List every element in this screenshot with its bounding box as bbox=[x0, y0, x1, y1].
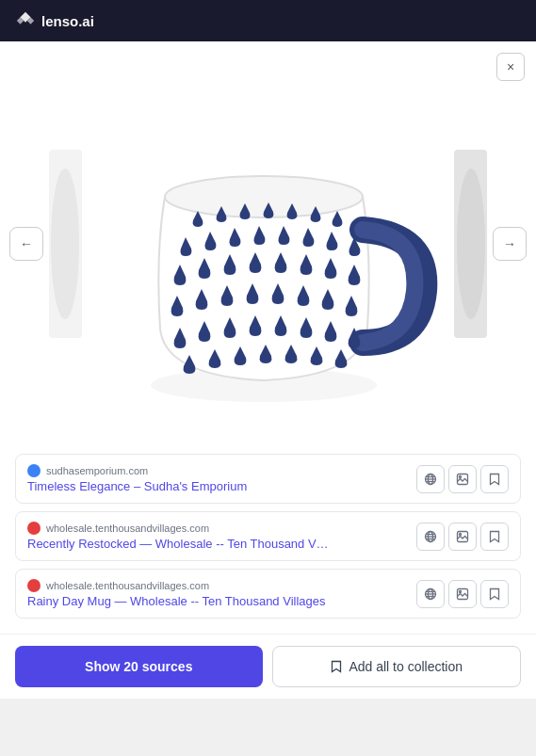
result-title: Timeless Elegance – Sudha's Emporium bbox=[27, 479, 329, 493]
next-thumbnail bbox=[454, 150, 487, 338]
result-info: wholesale.tenthousandvillages.com Recent… bbox=[27, 522, 409, 551]
bottom-actions: Show 20 sources Add all to collection bbox=[0, 634, 536, 699]
favicon bbox=[27, 579, 41, 592]
result-domain: sudhasemporium.com bbox=[46, 465, 148, 476]
header: lenso.ai bbox=[0, 0, 536, 41]
result-domain: wholesale.tenthousandvillages.com bbox=[46, 580, 209, 591]
logo: lenso.ai bbox=[15, 10, 94, 31]
svg-point-0 bbox=[51, 169, 79, 319]
svg-point-17 bbox=[460, 533, 462, 535]
image-icon bbox=[456, 530, 469, 543]
image-icon bbox=[456, 473, 469, 486]
main-container: × ← bbox=[0, 41, 536, 699]
show-sources-button[interactable]: Show 20 sources bbox=[15, 646, 263, 687]
result-domain: wholesale.tenthousandvillages.com bbox=[46, 523, 209, 534]
image-viewer: ← bbox=[0, 41, 536, 446]
close-button[interactable]: × bbox=[496, 53, 525, 81]
image-button[interactable] bbox=[448, 523, 477, 551]
bookmark-button[interactable] bbox=[480, 523, 509, 551]
domain-row: wholesale.tenthousandvillages.com bbox=[27, 522, 409, 535]
result-title: Recently Restocked — Wholesale -- Ten Th… bbox=[27, 537, 329, 551]
collection-bookmark-icon bbox=[330, 660, 343, 673]
globe-icon bbox=[424, 473, 437, 486]
image-button[interactable] bbox=[448, 465, 477, 493]
image-icon bbox=[456, 587, 469, 601]
result-item: wholesale.tenthousandvillages.com Recent… bbox=[15, 511, 521, 561]
bookmark-icon bbox=[489, 473, 500, 486]
globe-icon bbox=[424, 530, 437, 543]
result-actions bbox=[416, 580, 509, 608]
add-collection-button[interactable]: Add all to collection bbox=[272, 646, 522, 687]
result-item: wholesale.tenthousandvillages.com Rainy … bbox=[15, 569, 521, 619]
image-button[interactable] bbox=[448, 580, 477, 608]
bookmark-icon bbox=[489, 587, 500, 601]
result-info: wholesale.tenthousandvillages.com Rainy … bbox=[27, 579, 409, 608]
logo-text: lenso.ai bbox=[41, 13, 94, 29]
globe-button[interactable] bbox=[416, 580, 445, 608]
bookmark-icon bbox=[489, 530, 500, 543]
result-title: Rainy Day Mug — Wholesale -- Ten Thousan… bbox=[27, 594, 329, 608]
add-collection-label: Add all to collection bbox=[349, 659, 463, 674]
favicon bbox=[27, 522, 41, 535]
svg-point-24 bbox=[460, 590, 462, 592]
result-info: sudhasemporium.com Timeless Elegance – S… bbox=[27, 464, 409, 493]
result-actions bbox=[416, 465, 509, 493]
svg-point-3 bbox=[165, 176, 363, 217]
domain-row: sudhasemporium.com bbox=[27, 464, 409, 477]
globe-icon bbox=[424, 587, 437, 601]
bookmark-button[interactable] bbox=[480, 465, 509, 493]
logo-icon bbox=[15, 10, 36, 31]
favicon bbox=[27, 464, 41, 477]
globe-button[interactable] bbox=[416, 523, 445, 551]
mug-svg bbox=[89, 65, 447, 423]
prev-thumbnail bbox=[49, 150, 82, 338]
domain-row: wholesale.tenthousandvillages.com bbox=[27, 579, 409, 592]
svg-point-1 bbox=[457, 169, 485, 319]
prev-button[interactable]: ← bbox=[9, 227, 43, 261]
product-image bbox=[71, 56, 466, 432]
next-button[interactable]: → bbox=[493, 227, 527, 261]
globe-button[interactable] bbox=[416, 465, 445, 493]
results-list: sudhasemporium.com Timeless Elegance – S… bbox=[0, 446, 536, 634]
result-item: sudhasemporium.com Timeless Elegance – S… bbox=[15, 454, 521, 504]
svg-point-10 bbox=[460, 475, 462, 477]
bookmark-button[interactable] bbox=[480, 580, 509, 608]
result-actions bbox=[416, 523, 509, 551]
